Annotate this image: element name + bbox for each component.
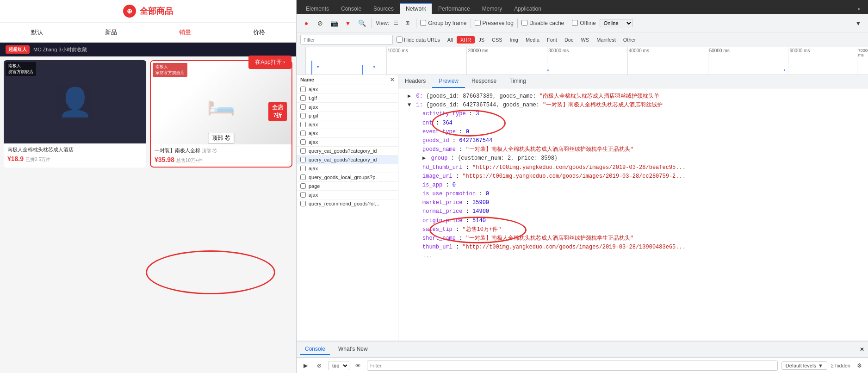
request-item[interactable]: query_goods_local_groups?p. [297,173,398,182]
filter-css[interactable]: CSS [488,36,506,44]
request-item[interactable]: ajax [297,120,398,129]
tab-elements[interactable]: Elements [300,3,335,14]
console-clear-button[interactable]: ⊘ [314,361,324,371]
throttle-select[interactable]: Online Fast 3G Slow 3G Offline [600,19,633,27]
hidden-count: 2 hidden [831,363,850,368]
close-name-column[interactable]: ✕ [390,77,394,83]
tab-preview[interactable]: Preview [432,75,465,88]
request-item[interactable]: ajax [297,191,398,199]
field-val-goods-id: 6427367544 [459,137,492,144]
request-checkbox[interactable] [300,157,306,162]
tab-timing[interactable]: Timing [503,75,533,88]
request-checkbox[interactable] [300,148,306,154]
open-app-button[interactable]: 在App打开 › [248,56,291,69]
tab-performance[interactable]: Performance [433,3,476,14]
field-colon: : [466,218,472,224]
more-tabs-button[interactable]: » [854,4,864,14]
console-filter-input[interactable] [367,361,778,371]
json-field-image-url: image_url : "https://t00img.yangkeduo.co… [404,172,862,181]
request-checkbox[interactable] [300,87,306,92]
request-item[interactable]: p.gif [297,112,398,120]
request-checkbox[interactable] [300,139,306,145]
nav-price[interactable]: 价格 [249,26,269,38]
preserve-log-label[interactable]: Preserve log [483,20,514,26]
offline-label[interactable]: Offline [580,20,595,26]
nav-default[interactable]: 默认 [27,26,47,38]
filter-img[interactable]: Img [506,36,522,44]
json-item-1: ▼ 1: {goods_id: 6427367544, goods_name: … [404,101,862,110]
filter-media[interactable]: Media [522,36,543,44]
disable-cache-checkbox[interactable] [521,20,527,26]
request-item[interactable]: query_cat_goods?category_id [297,147,398,155]
request-item[interactable]: ajax [297,129,398,138]
expand-arrow-0[interactable]: ▶ [408,93,411,99]
filter-all[interactable]: All [444,36,457,44]
filter-xhr[interactable]: XHR [457,36,475,44]
request-item[interactable]: t.gif [297,94,398,103]
request-checkbox[interactable] [300,104,306,110]
more-options-button[interactable]: ▼ [852,17,864,29]
whats-new-tab[interactable]: What's New [334,344,372,355]
tab-response[interactable]: Response [465,75,503,88]
nav-new[interactable]: 新品 [101,26,121,38]
console-eye-button[interactable]: 👁 [353,361,363,371]
preserve-log-checkbox[interactable] [475,20,481,26]
search-button[interactable]: 🔍 [356,17,368,29]
grid-view-icon[interactable]: ⊞ [402,18,412,28]
list-view-icon[interactable]: ☰ [391,18,401,28]
tab-console[interactable]: Console [335,3,367,14]
request-checkbox[interactable] [300,113,306,118]
filter-doc[interactable]: Doc [561,36,577,44]
field-val-cnt: 364 [442,120,453,126]
clear-button[interactable]: ⊘ [314,17,326,29]
group-by-frame-checkbox[interactable] [420,20,426,26]
hide-data-urls-checkbox[interactable] [397,37,403,43]
request-checkbox[interactable] [300,183,306,189]
request-checkbox[interactable] [300,174,306,180]
nav-sales[interactable]: 销量 [175,26,195,38]
field-val-thumb-url: "http://t00img.yangkeduo.com/goods/image… [462,244,685,250]
hide-data-urls-label[interactable]: Hide data URLs [404,37,440,43]
group-by-frame-label[interactable]: Group by frame [428,20,466,26]
request-checkbox[interactable] [300,131,306,136]
tab-headers[interactable]: Headers [398,75,432,88]
filter-manifest[interactable]: Manifest [593,36,620,44]
request-item[interactable]: ajax [297,164,398,173]
record-button[interactable]: ● [300,17,312,29]
request-item[interactable]: query_recommend_goods?of... [297,199,398,208]
request-checkbox[interactable] [300,95,306,101]
filter-button[interactable]: ▼ [342,17,354,29]
request-item-selected[interactable]: query_cat_goods?category_id [297,155,398,164]
request-item[interactable]: ajax [297,85,398,94]
timeline-dot-4 [784,69,785,71]
tab-application[interactable]: Application [508,3,547,14]
request-item[interactable]: ajax [297,103,398,112]
filter-ws[interactable]: WS [577,36,593,44]
expand-arrow-group[interactable]: ▶ [422,155,426,162]
product-card-1[interactable]: 👤 南极人纺官方旗舰店 南极人全棉枕头枕芯成人酒店 ¥18.9 已拼2.5万件 [4,60,146,168]
product-card-2[interactable]: 🛏️ 南极人家纺官方旗舰店 全店7折 一对装】南极人全棉 顶部 芯 ¥35.98… [150,60,292,168]
console-settings-button[interactable]: ⚙ [854,361,864,371]
console-levels-dropdown[interactable]: Default levels ▼ [781,361,827,370]
filter-input[interactable] [300,35,393,45]
request-checkbox[interactable] [300,166,306,171]
tab-network[interactable]: Network [400,3,432,14]
tab-memory[interactable]: Memory [477,3,508,14]
filter-other[interactable]: Other [620,36,640,44]
filter-font[interactable]: Font [543,36,561,44]
offline-checkbox[interactable] [572,20,578,26]
expand-arrow-1[interactable]: ▼ [408,102,411,108]
close-console-button[interactable]: ✕ [860,346,864,353]
request-checkbox[interactable] [300,201,306,206]
disable-cache-label[interactable]: Disable cache [529,20,564,26]
console-context-select[interactable]: top [328,361,349,370]
request-item[interactable]: ajax [297,138,398,147]
camera-button[interactable]: 📷 [328,17,340,29]
console-run-button[interactable]: ▶ [300,361,310,371]
filter-js[interactable]: JS [475,36,488,44]
tab-sources[interactable]: Sources [368,3,399,14]
request-checkbox[interactable] [300,122,306,127]
console-tab[interactable]: Console [300,344,330,355]
request-checkbox[interactable] [300,192,306,198]
request-item[interactable]: page [297,182,398,191]
